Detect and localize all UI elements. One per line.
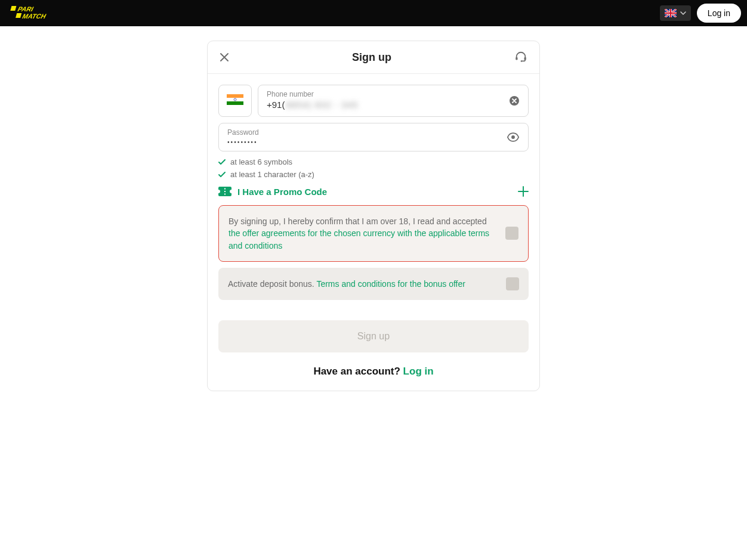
svg-rect-10 [524,57,526,60]
check-icon [218,159,226,165]
phone-label: Phone number [267,90,502,98]
password-rule: at least 1 character (a-z) [218,170,529,179]
language-selector[interactable] [660,5,691,21]
topbar-right: Log in [660,4,741,23]
india-flag-icon [227,94,243,107]
promo-code-toggle[interactable]: I Have a Promo Code [218,186,529,197]
svg-point-17 [511,135,515,139]
bonus-link[interactable]: Terms and conditions for the bonus offer [316,279,465,289]
close-icon[interactable] [220,52,229,62]
parimatch-logo[interactable]: PARI MATCH [6,5,54,21]
uk-flag-icon [665,9,677,17]
topbar: PARI MATCH Log in [0,0,747,26]
card-body: Phone number +91( 8854) 832 - 345 Passwo… [208,74,539,391]
svg-point-11 [521,60,523,62]
login-link[interactable]: Log in [403,366,434,377]
phone-value: +91( 8854) 832 - 345 [267,100,502,110]
svg-rect-20 [224,194,226,195]
svg-rect-8 [665,13,677,14]
signup-card: Sign up [207,41,540,391]
have-account-text: Have an account? [313,366,403,377]
login-button[interactable]: Log in [697,4,741,23]
svg-text:PARI: PARI [17,5,35,13]
svg-rect-14 [227,101,243,105]
phone-masked: 8854) 832 - 345 [286,100,358,110]
eye-icon[interactable] [507,131,520,144]
phone-row: Phone number +91( 8854) 832 - 345 [218,85,529,117]
password-rules: at least 6 symbols at least 1 character … [218,157,529,179]
clear-icon[interactable] [509,95,520,106]
password-label: Password [227,128,502,137]
bonus-box: Activate deposit bonus. Terms and condit… [218,268,529,300]
terms-prefix: By signing up, I hereby confirm that I a… [229,216,487,226]
signup-button[interactable]: Sign up [218,320,529,352]
rule-text: at least 1 character (a-z) [230,170,314,179]
password-rule: at least 6 symbols [218,157,529,166]
bonus-checkbox[interactable] [506,277,519,290]
terms-agree-box: By signing up, I hereby confirm that I a… [218,205,529,262]
plus-icon [518,186,529,197]
have-account: Have an account? Log in [218,366,529,378]
bonus-text: Activate deposit bonus. Terms and condit… [228,278,465,290]
ticket-icon [218,187,231,196]
bonus-prefix: Activate deposit bonus. [228,279,316,289]
terms-link[interactable]: the offer agreements for the chosen curr… [229,228,489,250]
card-title: Sign up [352,51,391,64]
svg-rect-2 [16,13,21,18]
rule-text: at least 6 symbols [230,157,292,166]
check-icon [218,172,226,178]
promo-label: I Have a Promo Code [237,187,327,197]
country-selector[interactable] [218,85,252,117]
terms-checkbox[interactable] [505,227,518,240]
svg-rect-12 [227,94,243,98]
phone-input[interactable]: Phone number +91( 8854) 832 - 345 [258,85,529,117]
svg-rect-9 [516,57,517,60]
phone-prefix: +91( [267,100,285,110]
terms-text: By signing up, I hereby confirm that I a… [229,215,496,252]
svg-rect-0 [10,6,16,11]
password-value: ●●●●●●●●● [227,138,502,146]
card-header: Sign up [208,41,539,74]
password-input[interactable]: Password ●●●●●●●●● [218,123,529,151]
support-icon[interactable] [514,51,527,64]
chevron-down-icon [680,11,686,15]
svg-text:MATCH: MATCH [21,13,47,20]
svg-rect-19 [224,191,226,192]
svg-rect-18 [224,188,226,190]
